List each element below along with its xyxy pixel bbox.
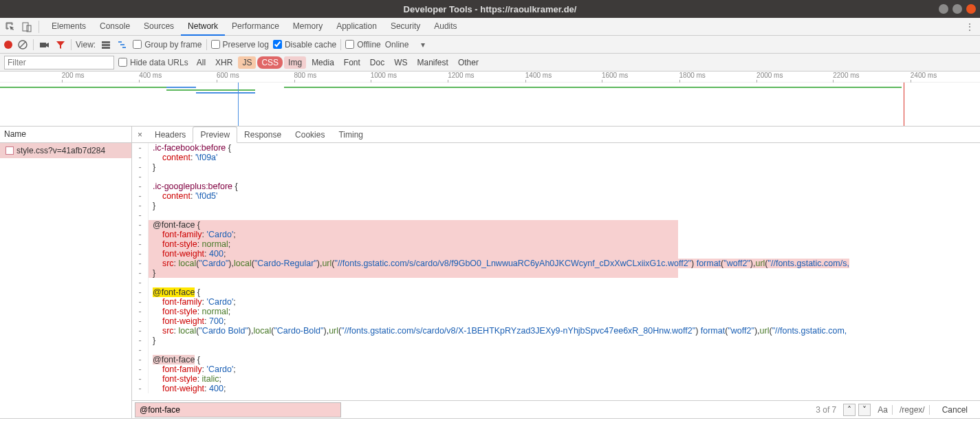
tick: 2400 ms	[911, 72, 937, 79]
device-icon[interactable]	[21, 21, 33, 33]
tick: 200 ms	[62, 72, 85, 79]
filter-ws[interactable]: WS	[390, 56, 411, 69]
filter-all[interactable]: All	[193, 56, 210, 69]
main-toolbar: Elements Console Sources Network Perform…	[0, 18, 980, 36]
tab-elements[interactable]: Elements	[45, 18, 93, 36]
filter-input[interactable]	[4, 56, 114, 69]
find-next-button[interactable]: ˅	[858, 404, 871, 416]
tick: 2200 ms	[833, 72, 859, 79]
filter-css[interactable]: CSS	[257, 56, 283, 69]
filter-bar: Hide data URLs All XHR JS CSS Img Media …	[0, 54, 980, 72]
disable-cache-checkbox[interactable]	[273, 40, 282, 49]
timeline-ruler: 200 ms 400 ms 600 ms 800 ms 1000 ms 1200…	[0, 72, 980, 83]
svg-rect-6	[102, 44, 110, 46]
window-controls	[939, 4, 976, 14]
match-count: 3 of 7	[816, 405, 840, 415]
inspect-controls	[4, 21, 39, 33]
tab-response[interactable]: Response	[237, 127, 288, 142]
camera-icon[interactable]	[38, 39, 50, 51]
filter-font[interactable]: Font	[340, 56, 364, 69]
throttle-select[interactable]: Online	[385, 40, 409, 50]
timeline[interactable]: 200 ms 400 ms 600 ms 800 ms 1000 ms 1200…	[0, 72, 980, 127]
close-button[interactable]	[966, 4, 976, 14]
tick: 400 ms	[139, 72, 162, 79]
large-rows-icon[interactable]	[100, 39, 112, 51]
offline-checkbox[interactable]	[345, 40, 354, 49]
find-prev-button[interactable]: ˄	[843, 404, 856, 416]
tab-timing[interactable]: Timing	[331, 127, 370, 142]
minimize-button[interactable]	[939, 4, 948, 14]
filter-js[interactable]: JS	[238, 56, 256, 69]
tab-performance[interactable]: Performance	[225, 18, 286, 36]
record-button[interactable]	[4, 41, 12, 49]
filter-types: All XHR JS CSS Img Media Font Doc WS Man…	[193, 56, 483, 69]
clear-icon[interactable]	[17, 39, 29, 51]
svg-rect-10	[122, 47, 126, 48]
timeline-chart	[0, 83, 980, 126]
svg-rect-9	[120, 44, 124, 45]
file-icon	[6, 146, 14, 155]
find-case-toggle[interactable]: Aa	[873, 405, 893, 415]
tab-console[interactable]: Console	[93, 18, 137, 36]
hide-data-urls-checkbox[interactable]	[118, 58, 127, 67]
maximize-button[interactable]	[952, 4, 962, 14]
waterfall-icon[interactable]	[116, 39, 129, 51]
find-regex-toggle[interactable]: /regex/	[895, 405, 930, 415]
tab-network[interactable]: Network	[181, 18, 225, 36]
svg-rect-0	[23, 23, 28, 31]
tick: 2000 ms	[756, 72, 783, 79]
close-details-icon[interactable]: ×	[132, 130, 148, 140]
group-by-frame[interactable]: Group by frame	[133, 40, 202, 50]
request-row[interactable]: style.css?v=41afb7d284	[0, 143, 131, 158]
svg-rect-7	[102, 47, 110, 49]
filter-icon[interactable]	[54, 39, 67, 51]
offline[interactable]: Offline	[345, 40, 380, 50]
group-by-frame-checkbox[interactable]	[133, 40, 142, 49]
filter-doc[interactable]: Doc	[366, 56, 389, 69]
details-tabs: × Headers Preview Response Cookies Timin…	[132, 127, 980, 143]
tab-audits[interactable]: Audits	[427, 18, 464, 36]
tab-application[interactable]: Application	[329, 18, 384, 36]
filter-other[interactable]: Other	[454, 56, 483, 69]
find-input[interactable]	[135, 402, 341, 417]
network-toolbar: View: Group by frame Preserve log Disabl…	[0, 36, 980, 54]
hide-data-urls[interactable]: Hide data URLs	[118, 58, 188, 67]
tab-sources[interactable]: Sources	[137, 18, 181, 36]
window-titlebar: Developer Tools - https://raoulkramer.de…	[0, 0, 980, 18]
find-cancel-button[interactable]: Cancel	[933, 405, 977, 415]
preview-code[interactable]: -.ic-facebook:before {- content: '\f09a'…	[132, 143, 980, 400]
tab-memory[interactable]: Memory	[286, 18, 329, 36]
filter-xhr[interactable]: XHR	[211, 56, 237, 69]
disable-cache[interactable]: Disable cache	[273, 40, 336, 50]
tick: 600 ms	[217, 72, 239, 79]
svg-line-3	[20, 42, 25, 47]
svg-rect-5	[102, 41, 110, 43]
tab-headers[interactable]: Headers	[148, 127, 193, 142]
preserve-log-checkbox[interactable]	[211, 40, 220, 49]
find-bar: 3 of 7 ˄ ˅ Aa /regex/ Cancel	[132, 400, 980, 418]
tick: 1800 ms	[679, 72, 706, 79]
details-panel: × Headers Preview Response Cookies Timin…	[132, 127, 980, 418]
request-list: Name style.css?v=41afb7d284	[0, 127, 132, 418]
request-list-header[interactable]: Name	[0, 127, 131, 143]
svg-rect-4	[40, 43, 46, 47]
main-content: Name style.css?v=41afb7d284 × Headers Pr…	[0, 127, 980, 418]
filter-img[interactable]: Img	[284, 56, 306, 69]
throttle-dropdown-icon[interactable]: ▾	[413, 40, 425, 50]
preserve-log[interactable]: Preserve log	[211, 40, 269, 50]
filter-manifest[interactable]: Manifest	[413, 56, 453, 69]
inspect-icon[interactable]	[4, 21, 17, 33]
statusbar	[0, 418, 980, 425]
tab-cookies[interactable]: Cookies	[288, 127, 331, 142]
filter-media[interactable]: Media	[307, 56, 338, 69]
tick: 1400 ms	[525, 72, 552, 79]
tab-preview[interactable]: Preview	[193, 127, 237, 143]
view-label: View:	[76, 40, 96, 50]
request-name: style.css?v=41afb7d284	[17, 146, 105, 155]
main-tabs: Elements Console Sources Network Perform…	[45, 18, 464, 36]
menu-icon[interactable]: ⋮	[963, 21, 976, 33]
tab-security[interactable]: Security	[384, 18, 427, 36]
tick: 1200 ms	[448, 72, 474, 79]
svg-rect-8	[118, 41, 122, 43]
tick: 800 ms	[294, 72, 317, 79]
